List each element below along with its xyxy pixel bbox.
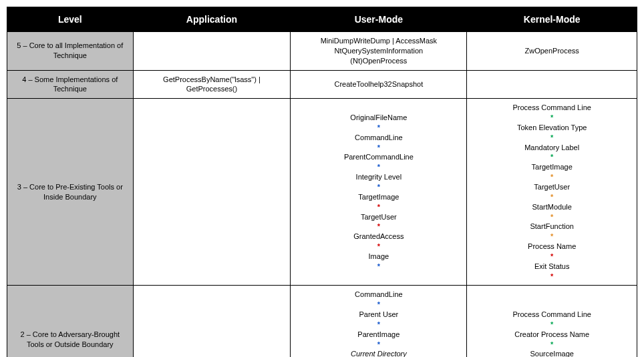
star-icon: *	[472, 152, 631, 162]
cell-line: Mandatory Label*	[472, 143, 631, 163]
table-row: 2 – Core to Adversary-Brought Tools or O…	[7, 286, 637, 357]
star-icon: *	[472, 320, 631, 330]
star-icon: *	[472, 133, 631, 143]
cell-line: OriginalFileName*	[296, 113, 461, 133]
level-cell: 5 – Core to all Implementation of Techni…	[7, 32, 134, 71]
kernel-mode-cell	[467, 70, 637, 99]
star-icon: *	[296, 242, 461, 252]
table-row: 4 – Some Implementations of TechniqueGet…	[7, 70, 637, 99]
cell-line: Image*	[296, 252, 461, 272]
kernel-mode-cell: Process Command Line*Creator Process Nam…	[467, 286, 637, 357]
cell-line: Parent User*	[296, 310, 461, 330]
cell-line: Integrity Level*	[296, 172, 461, 192]
table-row: 3 – Core to Pre-Existing Tools or Inside…	[7, 99, 637, 286]
star-icon: *	[296, 222, 461, 232]
application-cell	[133, 99, 291, 286]
level-cell: 4 – Some Implementations of Technique	[7, 70, 134, 99]
cell-line: Exit Status*	[472, 262, 631, 282]
cell-line: TargetUser*	[296, 212, 461, 232]
cell-line: TargetUser*	[472, 182, 631, 202]
cell-line: SourceImage*	[472, 349, 631, 357]
cell-line: Token Elevation Type*	[472, 123, 631, 143]
star-icon: *	[296, 262, 461, 272]
star-icon: *	[296, 143, 461, 153]
user-mode-cell: MiniDumpWriteDump | AccessMaskNtQuerySys…	[291, 32, 467, 71]
star-icon: *	[472, 212, 631, 222]
application-cell	[133, 32, 291, 71]
cell-line: CommandLine*	[296, 290, 461, 310]
table-row: 5 – Core to all Implementation of Techni…	[7, 32, 637, 71]
levels-table: Level Application User-Mode Kernel-Mode …	[7, 7, 637, 357]
col-level: Level	[7, 7, 134, 32]
star-icon: *	[296, 320, 461, 330]
header-row: Level Application User-Mode Kernel-Mode	[7, 7, 637, 32]
star-icon: *	[472, 192, 631, 202]
level-cell: 2 – Core to Adversary-Brought Tools or O…	[7, 286, 134, 357]
cell-line: Creator Process Name*	[472, 330, 631, 350]
cell-line: Process Command Line*	[472, 103, 631, 123]
cell-line: ParentCommandLine*	[296, 152, 461, 172]
cell-line: StartModule*	[472, 202, 631, 222]
star-icon: *	[296, 202, 461, 212]
cell-line: Process Command Line*	[472, 310, 631, 330]
star-icon: *	[472, 232, 631, 242]
cell-line: TargetImage*	[296, 192, 461, 212]
col-kernel-mode: Kernel-Mode	[467, 7, 637, 32]
user-mode-cell: CommandLine*Parent User*ParentImage*Curr…	[291, 286, 467, 357]
cell-line: CommandLine*	[296, 133, 461, 153]
col-application: Application	[133, 7, 291, 32]
cell-line: ParentImage*	[296, 330, 461, 350]
star-icon: *	[472, 252, 631, 262]
user-mode-cell: CreateToolhelp32Snapshot	[291, 70, 467, 99]
star-icon: *	[296, 182, 461, 192]
cell-line: StartFunction*	[472, 222, 631, 242]
cell-line: (Nt)OpenProcess	[296, 56, 461, 66]
cell-line: Current Directory*	[296, 349, 461, 357]
star-icon: *	[472, 113, 631, 123]
star-icon: *	[296, 123, 461, 133]
application-cell: GetProcessByName("lsass") | GetProcesses…	[133, 70, 291, 99]
cell-line: CreateToolhelp32Snapshot	[296, 79, 461, 89]
cell-line: GetProcessByName("lsass") | GetProcesses…	[139, 75, 285, 95]
star-icon: *	[472, 272, 631, 282]
cell-line: Process Name*	[472, 242, 631, 262]
col-user-mode: User-Mode	[291, 7, 467, 32]
level-cell: 3 – Core to Pre-Existing Tools or Inside…	[7, 99, 134, 286]
kernel-mode-cell: Process Command Line*Token Elevation Typ…	[467, 99, 637, 286]
star-icon: *	[296, 300, 461, 310]
cell-line: MiniDumpWriteDump | AccessMask	[296, 36, 461, 46]
user-mode-cell: OriginalFileName*CommandLine*ParentComma…	[291, 99, 467, 286]
cell-line: ZwOpenProcess	[472, 46, 631, 56]
kernel-mode-cell: ZwOpenProcess	[467, 32, 637, 71]
cell-line: GrantedAccess*	[296, 232, 461, 252]
application-cell	[133, 286, 291, 357]
star-icon: *	[472, 172, 631, 182]
star-icon: *	[296, 340, 461, 350]
star-icon: *	[472, 340, 631, 350]
star-icon: *	[296, 162, 461, 172]
cell-line: NtQuerySystemInformation	[296, 46, 461, 56]
cell-line: TargetImage*	[472, 162, 631, 182]
